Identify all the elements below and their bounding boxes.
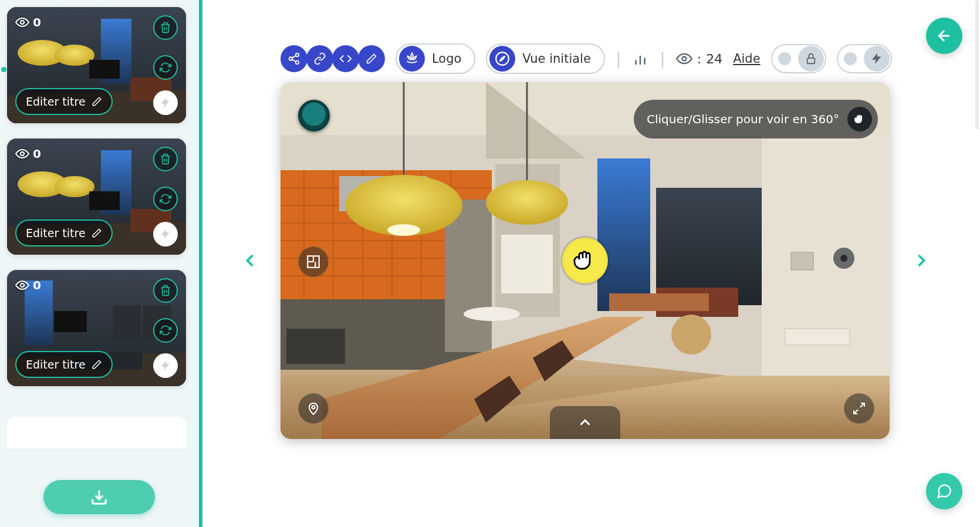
toggle-knob (778, 52, 791, 65)
pencil-icon (92, 359, 102, 370)
bolt-icon-wrap (864, 46, 890, 72)
delete-button[interactable] (153, 147, 178, 171)
svg-point-59 (21, 283, 24, 287)
fullscreen-button[interactable] (844, 393, 874, 424)
bolt-icon (870, 52, 883, 65)
thumbnail-list: 0 Editer titre 0 (7, 7, 186, 448)
separator: | (660, 49, 665, 69)
bolt-icon (160, 360, 171, 371)
delete-button[interactable] (153, 15, 178, 40)
edit-tour-button[interactable] (358, 45, 385, 72)
thumbnail-views: 0 (15, 278, 41, 292)
svg-point-58 (21, 152, 24, 156)
view-count-value: 24 (706, 52, 722, 66)
boost-toggle[interactable] (837, 44, 892, 73)
floorplan-icon (306, 254, 321, 269)
floorplan-button[interactable] (298, 246, 329, 277)
edit-title-button[interactable]: Editer titre (15, 88, 113, 115)
svg-point-57 (21, 21, 24, 24)
view-count: 0 (33, 147, 41, 161)
pencil-icon (366, 53, 377, 65)
location-button[interactable] (298, 393, 329, 424)
thumbnail-item[interactable]: 0 Editer titre (7, 138, 186, 255)
thumbnail-views: 0 (15, 147, 41, 161)
add-placeholder (7, 417, 186, 448)
gallery-tray[interactable] (550, 406, 620, 439)
eye-icon (15, 278, 29, 292)
refresh-icon (160, 325, 171, 336)
refresh-button[interactable] (153, 187, 178, 211)
svg-point-62 (289, 57, 293, 60)
share-icon (288, 52, 300, 65)
trash-icon (160, 22, 171, 33)
pencil-icon (92, 96, 102, 107)
svg-line-78 (860, 403, 864, 407)
refresh-button[interactable] (153, 55, 178, 80)
chevron-left-icon (239, 240, 261, 281)
thumbnail-item[interactable]: 0 Editer titre (7, 270, 186, 386)
logo-label: Logo (432, 52, 461, 66)
svg-line-65 (292, 56, 296, 58)
drag-hint-text: Cliquer/Glisser pour voir en 360° (647, 112, 839, 126)
share-button[interactable] (281, 45, 307, 72)
initial-view-button[interactable]: Vue initiale (486, 43, 605, 74)
drag-hint: Cliquer/Glisser pour voir en 360° (634, 100, 878, 138)
quick-action-button[interactable] (153, 222, 178, 246)
link-icon (313, 52, 326, 65)
view-count-prefix: : (697, 52, 701, 66)
stats-button[interactable] (631, 50, 649, 67)
quick-action-button[interactable] (153, 90, 178, 115)
privacy-toggle[interactable] (771, 44, 826, 73)
hand-icon-wrap (847, 107, 872, 131)
code-icon (339, 52, 352, 65)
next-button[interactable] (911, 237, 932, 284)
svg-line-64 (292, 59, 296, 62)
toggle-knob (844, 52, 857, 65)
svg-point-77 (312, 406, 315, 409)
grab-hand-icon (571, 246, 599, 275)
refresh-icon (160, 193, 171, 205)
svg-rect-72 (807, 58, 815, 63)
pencil-icon (92, 228, 102, 238)
edit-title-button[interactable]: Editer titre (15, 219, 113, 246)
separator: | (616, 49, 621, 69)
arrow-left-icon (935, 27, 953, 45)
initial-view-label: Vue initiale (522, 52, 591, 66)
download-icon (90, 488, 108, 506)
quick-action-button[interactable] (153, 353, 178, 378)
grab-icon (853, 112, 867, 126)
help-link[interactable]: Aide (733, 52, 760, 66)
edit-title-label: Editer titre (26, 358, 86, 371)
view-counter: : 24 (676, 50, 722, 67)
svg-point-61 (296, 53, 299, 57)
refresh-icon (160, 62, 171, 73)
back-fab[interactable] (926, 18, 962, 54)
chat-icon (936, 483, 952, 499)
cursor-indicator (562, 238, 608, 283)
sidebar: 0 Editer titre 0 (0, 0, 202, 527)
chat-fab[interactable] (926, 473, 962, 509)
view-count: 0 (33, 278, 41, 292)
scrollbar[interactable] (975, 0, 979, 129)
chevron-right-icon (911, 240, 932, 281)
brand-badge[interactable] (298, 100, 330, 131)
thumbnail-item[interactable]: 0 Editer titre (7, 7, 186, 123)
logo-button[interactable]: Logo (396, 43, 475, 74)
toolbar: Logo Vue initiale | | : 24 Aide (281, 43, 892, 74)
trash-icon (160, 285, 171, 296)
refresh-button[interactable] (153, 318, 178, 343)
prev-button[interactable] (239, 237, 261, 284)
panorama-viewer[interactable]: Cliquer/Glisser pour voir en 360° (281, 82, 890, 439)
embed-button[interactable] (332, 45, 359, 72)
edit-title-label: Editer titre (26, 227, 86, 239)
delete-button[interactable] (153, 278, 178, 303)
download-button[interactable] (43, 480, 155, 514)
edit-title-button[interactable]: Editer titre (15, 351, 113, 378)
eye-icon (676, 50, 692, 67)
lock-icon-wrap (798, 46, 824, 72)
viewer-area: Cliquer/Glisser pour voir en 360° (281, 82, 891, 439)
link-button[interactable] (306, 45, 333, 72)
edit-title-label: Editer titre (26, 95, 86, 108)
bolt-icon (160, 97, 171, 109)
thumbnail-views: 0 (15, 15, 41, 29)
